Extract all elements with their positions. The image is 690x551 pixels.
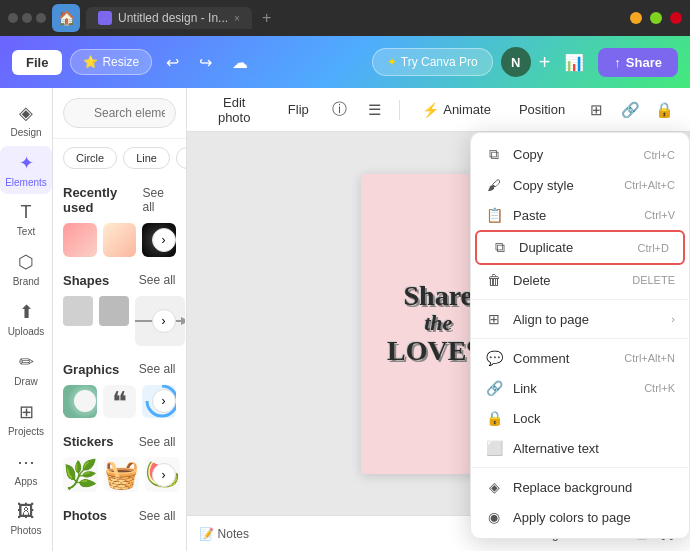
canvas-area: Edit photo Flip ⓘ ☰ ⚡ Animate Position ⊞… bbox=[187, 88, 690, 551]
share-up-icon: ↑ bbox=[614, 55, 621, 70]
graphics-see-all[interactable]: See all bbox=[139, 362, 176, 376]
menu-item-delete[interactable]: 🗑 Delete DELETE bbox=[471, 265, 689, 295]
undo-button[interactable]: ↩ bbox=[160, 49, 185, 76]
photos-see-all[interactable]: See all bbox=[139, 509, 176, 523]
sidebar-item-brand[interactable]: ⬡ Brand bbox=[0, 245, 52, 293]
shapes-grid: › bbox=[63, 296, 176, 346]
animate-icon: ⚡ bbox=[422, 102, 439, 118]
sidebar-item-photos[interactable]: 🖼 Photos bbox=[0, 495, 52, 542]
apps-icon: ⋯ bbox=[17, 451, 35, 473]
recent-thumb-1[interactable] bbox=[63, 223, 97, 257]
shapes-see-all[interactable]: See all bbox=[139, 273, 176, 287]
sidebar-item-apps[interactable]: ⋯ Apps bbox=[0, 445, 52, 493]
add-team-button[interactable]: + bbox=[539, 51, 551, 74]
paste-label: Paste bbox=[513, 208, 634, 223]
menu-item-apply-colors[interactable]: ◉ Apply colors to page bbox=[471, 502, 689, 532]
alt-text-icon: ⬜ bbox=[485, 440, 503, 456]
square-tag[interactable]: Square bbox=[176, 147, 186, 169]
home-icon[interactable]: 🏠 bbox=[52, 4, 80, 32]
new-tab-button[interactable]: + bbox=[262, 9, 271, 27]
stickers-header: Stickers See all bbox=[63, 434, 176, 449]
recent-thumb-2[interactable] bbox=[103, 223, 137, 257]
dot-decoration2 bbox=[22, 13, 32, 23]
toolbar-divider bbox=[399, 100, 400, 120]
menu-item-comment[interactable]: 💬 Comment Ctrl+Alt+N bbox=[471, 343, 689, 373]
lock-button[interactable]: 🔒 bbox=[652, 95, 678, 125]
menu-item-align[interactable]: ⊞ Align to page › bbox=[471, 304, 689, 334]
recently-used-title: Recently used bbox=[63, 185, 142, 215]
minimize-button[interactable] bbox=[630, 12, 642, 24]
stickers-see-all[interactable]: See all bbox=[139, 435, 176, 449]
brand-label: Brand bbox=[13, 276, 40, 287]
notes-button[interactable]: 📝 Notes bbox=[199, 527, 249, 541]
sticker-thumb-1[interactable]: 🌿 bbox=[63, 457, 98, 492]
link-button[interactable]: 🔗 bbox=[617, 95, 643, 125]
menu-item-paste[interactable]: 📋 Paste Ctrl+V bbox=[471, 200, 689, 230]
share-button[interactable]: ↑ Share bbox=[598, 48, 678, 77]
apps-label: Apps bbox=[15, 476, 38, 487]
resize-button[interactable]: ⭐ Resize bbox=[70, 49, 152, 75]
info-button[interactable]: ⓘ bbox=[327, 95, 353, 125]
stickers-next[interactable]: › bbox=[152, 463, 176, 487]
menu-item-alt-text[interactable]: ⬜ Alternative text bbox=[471, 433, 689, 463]
resize-star-icon: ⭐ bbox=[83, 55, 98, 69]
copy-style-label: Copy style bbox=[513, 178, 614, 193]
grid-button[interactable]: ⊞ bbox=[583, 95, 609, 125]
try-canva-pro-button[interactable]: ✦ Try Canva Pro bbox=[372, 48, 493, 76]
sidebar-item-projects[interactable]: ⊞ Projects bbox=[0, 395, 52, 443]
stickers-grid: 🌿 🧺 🍉 › bbox=[63, 457, 176, 492]
animate-button[interactable]: ⚡ Animate bbox=[412, 97, 501, 123]
shape-thumb-2[interactable] bbox=[99, 296, 129, 326]
link-label: Link bbox=[513, 381, 634, 396]
photos-header: Photos See all bbox=[63, 508, 176, 523]
circle-tag[interactable]: Circle bbox=[63, 147, 117, 169]
sidebar-item-elements[interactable]: ✦ Elements bbox=[0, 146, 52, 194]
line-tag[interactable]: Line bbox=[123, 147, 170, 169]
animate-label: Animate bbox=[443, 102, 491, 117]
flip-button[interactable]: Flip bbox=[278, 97, 319, 122]
shape-thumb-1[interactable] bbox=[63, 296, 93, 326]
link-shortcut: Ctrl+K bbox=[644, 382, 675, 394]
close-button[interactable] bbox=[670, 12, 682, 24]
search-input[interactable] bbox=[63, 98, 176, 128]
menu-item-duplicate[interactable]: ⧉ Duplicate Ctrl+D bbox=[475, 230, 685, 265]
window-control-buttons bbox=[630, 12, 682, 24]
analytics-button[interactable]: 📊 bbox=[558, 49, 590, 76]
active-tab[interactable]: Untitled design - In... × bbox=[86, 7, 252, 29]
sidebar-item-text[interactable]: T Text bbox=[0, 196, 52, 243]
search-wrapper: 🔍 bbox=[63, 98, 176, 128]
redo-button[interactable]: ↪ bbox=[193, 49, 218, 76]
sticker-thumb-2[interactable]: 🧺 bbox=[104, 457, 139, 492]
menu-item-copy-style[interactable]: 🖌 Copy style Ctrl+Alt+C bbox=[471, 170, 689, 200]
menu-item-replace-bg[interactable]: ◈ Replace background bbox=[471, 472, 689, 502]
cloud-save-button[interactable]: ☁ bbox=[226, 49, 254, 76]
copy-icon: ⧉ bbox=[485, 146, 503, 163]
shapes-next[interactable]: › bbox=[152, 309, 176, 333]
design-label: Design bbox=[10, 127, 41, 138]
position-button[interactable]: Position bbox=[509, 97, 575, 122]
duplicate-shortcut: Ctrl+D bbox=[638, 242, 669, 254]
menu-item-copy[interactable]: ⧉ Copy Ctrl+C bbox=[471, 139, 689, 170]
maximize-button[interactable] bbox=[650, 12, 662, 24]
graphic-thumb-2[interactable]: ❝ bbox=[103, 385, 137, 419]
user-avatar[interactable]: N bbox=[501, 47, 531, 77]
graphics-next[interactable]: › bbox=[152, 389, 176, 413]
sidebar-item-uploads[interactable]: ⬆ Uploads bbox=[0, 295, 52, 343]
recently-used-next[interactable]: › bbox=[152, 228, 176, 252]
tab-close-button[interactable]: × bbox=[234, 13, 240, 24]
edit-photo-button[interactable]: Edit photo bbox=[199, 90, 270, 130]
menu-item-link[interactable]: 🔗 Link Ctrl+K bbox=[471, 373, 689, 403]
graphic-thumb-1[interactable] bbox=[63, 385, 97, 419]
search-section: 🔍 bbox=[53, 88, 186, 139]
recently-used-see-all[interactable]: See all bbox=[142, 186, 175, 214]
recently-used-section: Recently used See all › bbox=[53, 177, 186, 265]
menu-item-lock[interactable]: 🔒 Lock bbox=[471, 403, 689, 433]
design-icon: ◈ bbox=[19, 102, 33, 124]
menu-button[interactable]: ☰ bbox=[361, 95, 387, 125]
align-label: Align to page bbox=[513, 312, 661, 327]
file-menu-button[interactable]: File bbox=[12, 50, 62, 75]
align-icon: ⊞ bbox=[485, 311, 503, 327]
sidebar-item-design[interactable]: ◈ Design bbox=[0, 96, 52, 144]
photos-title: Photos bbox=[63, 508, 107, 523]
sidebar-item-draw[interactable]: ✏ Draw bbox=[0, 345, 52, 393]
